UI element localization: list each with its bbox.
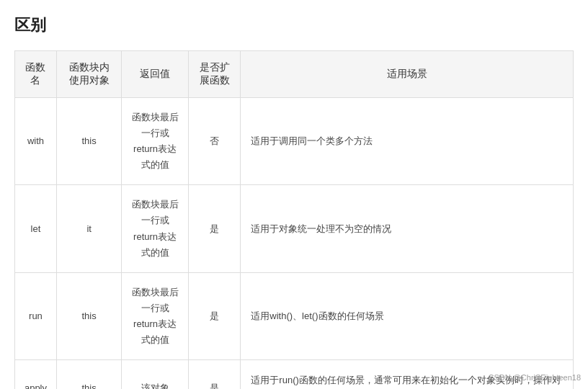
page-title: 区别: [14, 14, 574, 36]
watermark: CSDN @ChriSEighteen18: [488, 373, 581, 382]
cell-context: this: [56, 272, 121, 359]
cell-name: let: [15, 185, 57, 272]
col-header-return: 返回值: [122, 51, 189, 98]
table-row: runthis函数块最后一行或return表达式的值是适用with()、let(…: [15, 272, 574, 359]
table-header-row: 函数名 函数块内使用对象 返回值 是否扩展函数 适用场景: [15, 51, 574, 98]
cell-return: 函数块最后一行或return表达式的值: [122, 98, 189, 185]
cell-return: 该对象: [122, 360, 189, 389]
table-row: letit函数块最后一行或return表达式的值是适用于对象统一处理不为空的情况: [15, 185, 574, 272]
comparison-table: 函数名 函数块内使用对象 返回值 是否扩展函数 适用场景 withthis函数块…: [14, 50, 574, 389]
cell-context: it: [56, 185, 121, 272]
cell-usecase: 适用于对象统一处理不为空的情况: [241, 185, 574, 272]
cell-extension: 是: [188, 185, 241, 272]
cell-usecase: 适用with()、let()函数的任何场景: [241, 272, 574, 359]
cell-name: apply: [15, 360, 57, 389]
cell-extension: 否: [188, 98, 241, 185]
cell-extension: 是: [188, 272, 241, 359]
cell-context: this: [56, 360, 121, 389]
cell-name: run: [15, 272, 57, 359]
col-header-context: 函数块内使用对象: [56, 51, 121, 98]
col-header-extension: 是否扩展函数: [188, 51, 241, 98]
cell-usecase: 适用于调用同一个类多个方法: [241, 98, 574, 185]
cell-context: this: [56, 98, 121, 185]
cell-return: 函数块最后一行或return表达式的值: [122, 185, 189, 272]
table-row: withthis函数块最后一行或return表达式的值否适用于调用同一个类多个方…: [15, 98, 574, 185]
cell-name: with: [15, 98, 57, 185]
col-header-usecase: 适用场景: [241, 51, 574, 98]
cell-extension: 是: [188, 360, 241, 389]
col-header-name: 函数名: [15, 51, 57, 98]
cell-return: 函数块最后一行或return表达式的值: [122, 272, 189, 359]
